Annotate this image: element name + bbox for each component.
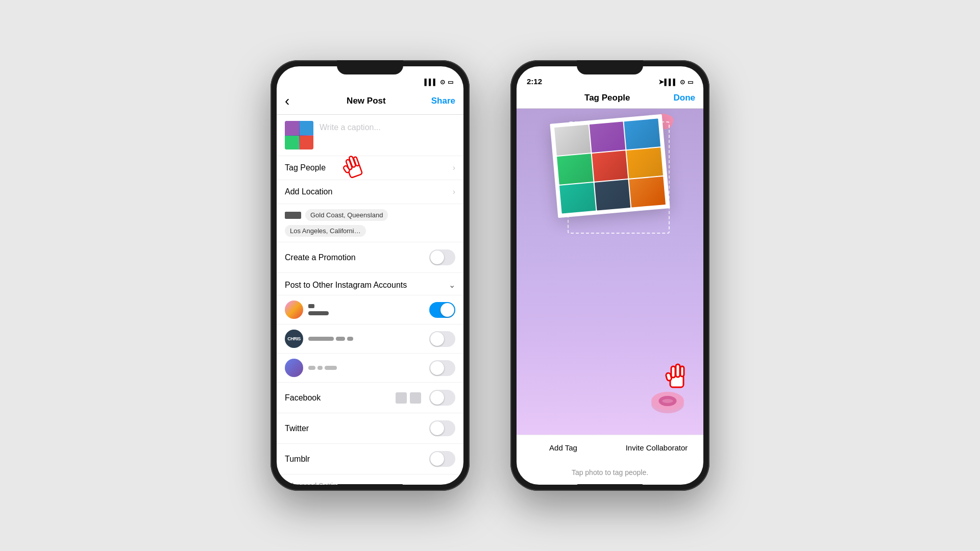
toggle-knob <box>430 452 444 466</box>
location-tag-1[interactable]: Gold Coast, Queensland <box>305 209 388 221</box>
toggle-knob <box>430 421 444 435</box>
post-to-other-chevron-icon: ⌄ <box>449 280 455 290</box>
left-phone: ▌▌▌ ⊙ ▭ ‹ New Post Share <box>271 60 470 491</box>
account-3-toggle[interactable] <box>429 360 455 376</box>
tumblr-toggle[interactable] <box>429 451 455 467</box>
account-row-2[interactable]: CHRIS <box>277 324 463 354</box>
account-avatar-1 <box>285 300 303 319</box>
account-avatar-2: CHRIS <box>285 330 303 348</box>
scroll-content: Write a caption... Tag People › <box>277 115 463 485</box>
notch-right <box>577 60 643 74</box>
collage-cell-4 <box>557 154 593 185</box>
post-to-other-label: Post to Other Instagram Accounts <box>285 281 449 290</box>
create-promotion-label: Create a Promotion <box>285 253 429 262</box>
post-thumbnail <box>285 121 313 149</box>
create-promotion-row[interactable]: Create a Promotion <box>277 242 463 273</box>
back-button[interactable]: ‹ <box>285 93 301 109</box>
location-dot <box>285 212 301 219</box>
create-promotion-toggle[interactable] <box>429 249 455 265</box>
tag-people-label: Tag People <box>285 163 453 172</box>
bottom-actions: Add Tag Invite Collaborator <box>517 435 703 460</box>
facebook-boxes <box>396 392 421 404</box>
collage-cell-8 <box>594 180 630 211</box>
toggle-knob <box>430 361 444 375</box>
svg-point-8 <box>660 397 675 405</box>
location-arrow-icon: ➤ <box>658 78 664 86</box>
toggle-knob <box>440 303 454 317</box>
twitter-toggle[interactable] <box>429 420 455 436</box>
account-name-3 <box>308 366 424 370</box>
collage-cell-6 <box>627 147 663 179</box>
advanced-settings-label: Advanced Settings <box>285 482 345 485</box>
collage-cell-1 <box>554 124 591 156</box>
done-button[interactable]: Done <box>674 93 696 103</box>
wifi-icon: ⊙ <box>440 79 445 86</box>
facebook-label: Facebook <box>285 393 391 403</box>
right-signal-icon: ▌▌▌ <box>664 79 677 86</box>
nav-title: New Post <box>301 96 431 106</box>
signal-icon: ▌▌▌ <box>424 79 437 86</box>
add-location-chevron-icon: › <box>453 187 455 196</box>
location-tag-2[interactable]: Los Angeles, Californi… <box>285 225 366 237</box>
toggle-knob <box>430 332 444 346</box>
facebook-row[interactable]: Facebook <box>277 383 463 413</box>
account-2-toggle[interactable] <box>429 331 455 347</box>
collage-cell-9 <box>629 177 666 208</box>
right-status-icons: ▌▌▌ ⊙ ▭ <box>664 79 693 86</box>
tumblr-row[interactable]: Tumblr <box>277 444 463 474</box>
collage-cell-7 <box>559 183 596 214</box>
add-tag-button[interactable]: Add Tag <box>517 443 610 452</box>
tap-hint: Tap photo to tag people. <box>517 460 703 485</box>
tag-people-content: Add Tag Invite Collaborator Tap photo to… <box>517 109 703 485</box>
account-name-2 <box>308 337 424 341</box>
right-status-time: 2:12 <box>527 77 657 86</box>
tag-people-row[interactable]: Tag People › <box>277 156 463 180</box>
fb-box-1 <box>396 392 407 404</box>
tumblr-label: Tumblr <box>285 455 429 464</box>
caption-input[interactable]: Write a caption... <box>320 121 381 132</box>
status-icons: ▌▌▌ ⊙ ▭ <box>424 79 453 86</box>
caption-row[interactable]: Write a caption... <box>277 115 463 156</box>
right-wifi-icon: ⊙ <box>680 79 685 86</box>
collage-cell-5 <box>592 151 628 182</box>
add-location-row[interactable]: Add Location › <box>277 180 463 204</box>
thumb-cell-4 <box>300 136 314 150</box>
thumb-cell-1 <box>285 121 299 135</box>
account-1-toggle[interactable] <box>429 302 455 318</box>
right-phone: 2:12 ➤ ▌▌▌ ⊙ ▭ Tag People Done <box>510 60 709 491</box>
invite-collaborator-button[interactable]: Invite Collaborator <box>610 443 703 452</box>
thumb-cell-2 <box>300 121 314 135</box>
battery-icon: ▭ <box>448 79 453 86</box>
notch <box>337 60 403 74</box>
account-row-3[interactable] <box>277 354 463 383</box>
advanced-settings-row[interactable]: Advanced Settings › <box>277 474 463 485</box>
collage-cell-3 <box>624 118 660 149</box>
photo-area[interactable] <box>517 109 703 435</box>
tag-people-chevron-icon: › <box>453 163 455 172</box>
pink-donut-decoration <box>647 379 688 419</box>
svg-rect-12 <box>680 366 684 377</box>
nav-bar: ‹ New Post Share <box>277 89 463 115</box>
share-button[interactable]: Share <box>431 96 455 106</box>
right-screen: 2:12 ➤ ▌▌▌ ⊙ ▭ Tag People Done <box>517 66 703 485</box>
svg-rect-11 <box>676 364 680 377</box>
thumb-cell-3 <box>285 136 299 150</box>
account-row-1[interactable] <box>277 295 463 324</box>
post-to-other-section[interactable]: Post to Other Instagram Accounts ⌄ <box>277 273 463 295</box>
twitter-label: Twitter <box>285 424 429 433</box>
account-name-1 <box>308 304 424 315</box>
collage-cell-2 <box>589 121 625 153</box>
right-home-indicator <box>577 484 643 487</box>
right-nav-title: Tag People <box>541 93 674 103</box>
left-screen: ▌▌▌ ⊙ ▭ ‹ New Post Share <box>277 66 463 485</box>
home-indicator <box>337 484 403 487</box>
account-avatar-3 <box>285 359 303 377</box>
toggle-knob <box>430 391 444 405</box>
toggle-knob <box>430 251 444 264</box>
photo-collage <box>550 114 670 218</box>
right-nav-bar: Tag People Done <box>517 89 703 109</box>
location-tags-row: Gold Coast, Queensland Los Angeles, Cali… <box>277 204 463 242</box>
fb-box-2 <box>410 392 421 404</box>
facebook-toggle[interactable] <box>429 390 455 406</box>
twitter-row[interactable]: Twitter <box>277 413 463 444</box>
